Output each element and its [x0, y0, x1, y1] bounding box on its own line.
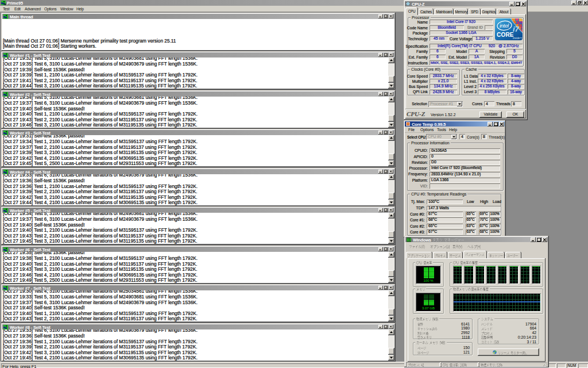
svg-text:intel: intel	[500, 22, 509, 29]
svg-text:inside™: inside™	[513, 37, 523, 40]
svg-text:i7: i7	[513, 25, 520, 33]
svg-text:CORE: CORE	[497, 32, 514, 38]
